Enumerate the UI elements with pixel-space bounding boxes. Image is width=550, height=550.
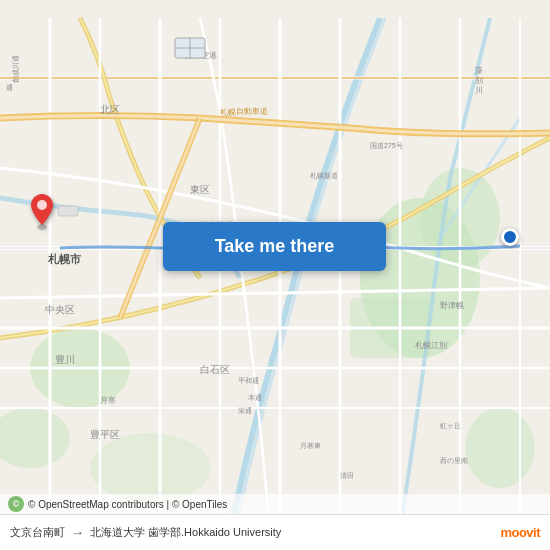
origin-dot — [501, 228, 519, 246]
take-me-there-button[interactable]: Take me there — [163, 222, 386, 271]
svg-text:平和通: 平和通 — [238, 377, 259, 384]
svg-text:清田: 清田 — [340, 472, 354, 479]
svg-text:国道275号: 国道275号 — [370, 142, 403, 149]
svg-text:通: 通 — [6, 84, 13, 91]
svg-text:月寒: 月寒 — [100, 396, 116, 405]
svg-point-7 — [465, 408, 535, 488]
map-background: 北区 東区 札幌市 中央区 豊川 豊平区 白石区 札幌自動車道 道央自動車道 札… — [0, 0, 550, 550]
svg-text:野津幌: 野津幌 — [440, 301, 464, 310]
destination-pin — [28, 192, 56, 234]
moovit-logo-text: moovit — [500, 525, 540, 540]
moovit-logo: moovit — [500, 525, 540, 540]
svg-text:月寒東: 月寒東 — [300, 442, 321, 450]
destination-label: 北海道大学 歯学部.Hokkaido University — [90, 525, 281, 540]
attribution-text: © OpenStreetMap contributors | © OpenTil… — [28, 499, 227, 510]
svg-text:川: 川 — [475, 86, 483, 95]
svg-rect-56 — [58, 206, 78, 216]
origin-label: 文京台南町 — [10, 525, 65, 540]
route-info: 文京台南町 → 北海道大学 歯学部.Hokkaido University — [10, 525, 494, 540]
map-container: 北区 東区 札幌市 中央区 豊川 豊平区 白石区 札幌自動車道 道央自動車道 札… — [0, 0, 550, 550]
svg-text:白石区: 白石区 — [200, 364, 230, 375]
svg-text:虹ヶ丘: 虹ヶ丘 — [440, 422, 461, 429]
svg-point-6 — [90, 433, 210, 503]
svg-text:東区: 東区 — [190, 184, 210, 195]
svg-text:札幌新道: 札幌新道 — [310, 172, 338, 179]
svg-text:札幌江別: 札幌江別 — [415, 341, 447, 350]
arrow-icon: → — [71, 525, 84, 540]
svg-text:豊平区: 豊平区 — [90, 429, 120, 440]
svg-point-58 — [37, 200, 47, 210]
svg-text:藻: 藻 — [475, 66, 483, 75]
svg-text:北区: 北区 — [100, 104, 120, 115]
svg-text:創成川通: 創成川通 — [12, 55, 19, 83]
svg-text:西の里南: 西の里南 — [440, 457, 468, 464]
svg-text:栄通: 栄通 — [238, 407, 252, 414]
svg-text:本通: 本通 — [248, 394, 262, 401]
svg-text:札幌市: 札幌市 — [47, 253, 82, 265]
osm-logo: © — [8, 496, 24, 512]
bottom-navigation-bar: 文京台南町 → 北海道大学 歯学部.Hokkaido University mo… — [0, 514, 550, 550]
svg-text:別: 別 — [475, 76, 483, 85]
svg-text:札幌自動車道: 札幌自動車道 — [220, 106, 268, 117]
svg-text:中央区: 中央区 — [45, 304, 75, 315]
map-attribution: © © OpenStreetMap contributors | © OpenT… — [0, 494, 550, 514]
svg-text:豊川: 豊川 — [55, 354, 75, 365]
